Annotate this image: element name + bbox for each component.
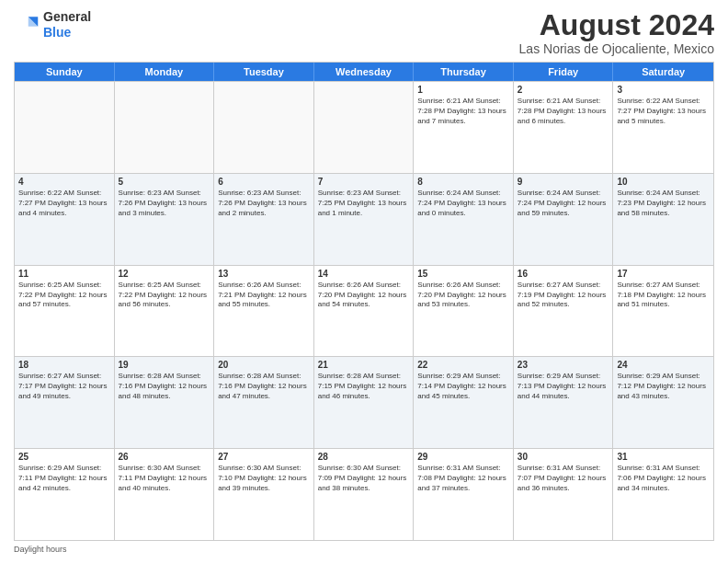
cal-cell-empty [115, 82, 215, 173]
day-info: Sunrise: 6:31 AM Sunset: 7:06 PM Dayligh… [617, 464, 710, 493]
cal-day-3: 3Sunrise: 6:22 AM Sunset: 7:27 PM Daylig… [613, 82, 713, 173]
cal-day-25: 25Sunrise: 6:29 AM Sunset: 7:11 PM Dayli… [15, 449, 115, 540]
day-number: 2 [518, 85, 609, 95]
day-number: 28 [318, 452, 410, 462]
day-info: Sunrise: 6:30 AM Sunset: 7:09 PM Dayligh… [318, 464, 410, 493]
cal-day-7: 7Sunrise: 6:23 AM Sunset: 7:25 PM Daylig… [314, 174, 415, 265]
cal-day-17: 17Sunrise: 6:27 AM Sunset: 7:18 PM Dayli… [613, 266, 713, 357]
cal-cell-empty [15, 82, 115, 173]
cal-day-20: 20Sunrise: 6:28 AM Sunset: 7:16 PM Dayli… [214, 357, 314, 448]
cal-week-1: 1Sunrise: 6:21 AM Sunset: 7:28 PM Daylig… [15, 81, 713, 173]
day-number: 8 [417, 177, 509, 187]
day-number: 20 [218, 360, 310, 370]
cal-day-11: 11Sunrise: 6:25 AM Sunset: 7:22 PM Dayli… [15, 266, 115, 357]
cal-day-26: 26Sunrise: 6:30 AM Sunset: 7:11 PM Dayli… [115, 449, 215, 540]
day-info: Sunrise: 6:29 AM Sunset: 7:13 PM Dayligh… [518, 372, 609, 401]
day-info: Sunrise: 6:22 AM Sunset: 7:27 PM Dayligh… [617, 97, 710, 126]
day-info: Sunrise: 6:22 AM Sunset: 7:27 PM Dayligh… [18, 189, 110, 218]
logo-blue: Blue [43, 25, 91, 40]
day-number: 21 [318, 360, 410, 370]
cal-week-5: 25Sunrise: 6:29 AM Sunset: 7:11 PM Dayli… [15, 448, 713, 540]
day-info: Sunrise: 6:30 AM Sunset: 7:11 PM Dayligh… [119, 464, 210, 493]
day-info: Sunrise: 6:29 AM Sunset: 7:11 PM Dayligh… [18, 464, 110, 493]
footer-text: Daylight hours [14, 545, 67, 554]
cal-day-9: 9Sunrise: 6:24 AM Sunset: 7:24 PM Daylig… [514, 174, 614, 265]
cal-day-8: 8Sunrise: 6:24 AM Sunset: 7:24 PM Daylig… [414, 174, 514, 265]
cal-header-tuesday: Tuesday [214, 63, 314, 81]
day-info: Sunrise: 6:30 AM Sunset: 7:10 PM Dayligh… [218, 464, 310, 493]
day-number: 25 [18, 452, 110, 462]
day-number: 26 [119, 452, 210, 462]
day-number: 4 [18, 177, 110, 187]
day-info: Sunrise: 6:23 AM Sunset: 7:26 PM Dayligh… [218, 189, 310, 218]
day-info: Sunrise: 6:24 AM Sunset: 7:23 PM Dayligh… [617, 189, 710, 218]
cal-header-wednesday: Wednesday [314, 63, 415, 81]
day-info: Sunrise: 6:24 AM Sunset: 7:24 PM Dayligh… [518, 189, 609, 218]
day-info: Sunrise: 6:26 AM Sunset: 7:20 PM Dayligh… [318, 281, 410, 310]
day-number: 16 [518, 269, 609, 279]
logo-text: General Blue [43, 9, 91, 40]
cal-day-23: 23Sunrise: 6:29 AM Sunset: 7:13 PM Dayli… [514, 357, 614, 448]
page: General Blue August 2024 Las Norias de O… [0, 0, 728, 563]
day-info: Sunrise: 6:25 AM Sunset: 7:22 PM Dayligh… [119, 281, 210, 310]
day-number: 13 [218, 269, 310, 279]
day-number: 14 [318, 269, 410, 279]
cal-day-24: 24Sunrise: 6:29 AM Sunset: 7:12 PM Dayli… [613, 357, 713, 448]
day-number: 10 [617, 177, 710, 187]
page-title: August 2024 [519, 9, 714, 41]
day-number: 30 [518, 452, 609, 462]
cal-day-28: 28Sunrise: 6:30 AM Sunset: 7:09 PM Dayli… [314, 449, 415, 540]
cal-day-15: 15Sunrise: 6:26 AM Sunset: 7:20 PM Dayli… [414, 266, 514, 357]
logo: General Blue [14, 9, 91, 40]
day-info: Sunrise: 6:23 AM Sunset: 7:26 PM Dayligh… [119, 189, 210, 218]
cal-day-13: 13Sunrise: 6:26 AM Sunset: 7:21 PM Dayli… [214, 266, 314, 357]
cal-day-22: 22Sunrise: 6:29 AM Sunset: 7:14 PM Dayli… [414, 357, 514, 448]
day-info: Sunrise: 6:29 AM Sunset: 7:14 PM Dayligh… [417, 372, 509, 401]
page-subtitle: Las Norias de Ojocaliente, Mexico [519, 41, 714, 56]
cal-cell-empty [214, 82, 314, 173]
cal-day-14: 14Sunrise: 6:26 AM Sunset: 7:20 PM Dayli… [314, 266, 415, 357]
day-info: Sunrise: 6:25 AM Sunset: 7:22 PM Dayligh… [18, 281, 110, 310]
cal-header-monday: Monday [115, 63, 215, 81]
cal-header-sunday: Sunday [15, 63, 115, 81]
day-number: 5 [119, 177, 210, 187]
cal-week-3: 11Sunrise: 6:25 AM Sunset: 7:22 PM Dayli… [15, 265, 713, 357]
day-info: Sunrise: 6:27 AM Sunset: 7:17 PM Dayligh… [18, 372, 110, 401]
cal-week-4: 18Sunrise: 6:27 AM Sunset: 7:17 PM Dayli… [15, 356, 713, 448]
cal-day-5: 5Sunrise: 6:23 AM Sunset: 7:26 PM Daylig… [115, 174, 215, 265]
cal-header-saturday: Saturday [613, 63, 713, 81]
day-number: 27 [218, 452, 310, 462]
cal-day-4: 4Sunrise: 6:22 AM Sunset: 7:27 PM Daylig… [15, 174, 115, 265]
day-info: Sunrise: 6:28 AM Sunset: 7:15 PM Dayligh… [318, 372, 410, 401]
cal-day-31: 31Sunrise: 6:31 AM Sunset: 7:06 PM Dayli… [613, 449, 713, 540]
day-info: Sunrise: 6:28 AM Sunset: 7:16 PM Dayligh… [218, 372, 310, 401]
day-number: 11 [18, 269, 110, 279]
cal-day-27: 27Sunrise: 6:30 AM Sunset: 7:10 PM Dayli… [214, 449, 314, 540]
day-number: 1 [417, 85, 509, 95]
cal-day-1: 1Sunrise: 6:21 AM Sunset: 7:28 PM Daylig… [414, 82, 514, 173]
cal-day-30: 30Sunrise: 6:31 AM Sunset: 7:07 PM Dayli… [514, 449, 614, 540]
header: General Blue August 2024 Las Norias de O… [14, 9, 714, 56]
cal-header-friday: Friday [514, 63, 614, 81]
cal-day-16: 16Sunrise: 6:27 AM Sunset: 7:19 PM Dayli… [514, 266, 614, 357]
day-number: 7 [318, 177, 410, 187]
day-number: 9 [518, 177, 609, 187]
day-number: 23 [518, 360, 609, 370]
day-info: Sunrise: 6:27 AM Sunset: 7:18 PM Dayligh… [617, 281, 710, 310]
title-block: August 2024 Las Norias de Ojocaliente, M… [519, 9, 714, 56]
cal-cell-empty [314, 82, 415, 173]
day-number: 3 [617, 85, 710, 95]
day-number: 22 [417, 360, 509, 370]
cal-day-29: 29Sunrise: 6:31 AM Sunset: 7:08 PM Dayli… [414, 449, 514, 540]
cal-day-10: 10Sunrise: 6:24 AM Sunset: 7:23 PM Dayli… [613, 174, 713, 265]
cal-week-2: 4Sunrise: 6:22 AM Sunset: 7:27 PM Daylig… [15, 173, 713, 265]
day-info: Sunrise: 6:26 AM Sunset: 7:20 PM Dayligh… [417, 281, 509, 310]
cal-day-21: 21Sunrise: 6:28 AM Sunset: 7:15 PM Dayli… [314, 357, 415, 448]
day-info: Sunrise: 6:26 AM Sunset: 7:21 PM Dayligh… [218, 281, 310, 310]
day-number: 12 [119, 269, 210, 279]
cal-day-6: 6Sunrise: 6:23 AM Sunset: 7:26 PM Daylig… [214, 174, 314, 265]
day-info: Sunrise: 6:21 AM Sunset: 7:28 PM Dayligh… [417, 97, 509, 126]
day-number: 19 [119, 360, 210, 370]
cal-day-2: 2Sunrise: 6:21 AM Sunset: 7:28 PM Daylig… [514, 82, 614, 173]
day-info: Sunrise: 6:31 AM Sunset: 7:07 PM Dayligh… [518, 464, 609, 493]
